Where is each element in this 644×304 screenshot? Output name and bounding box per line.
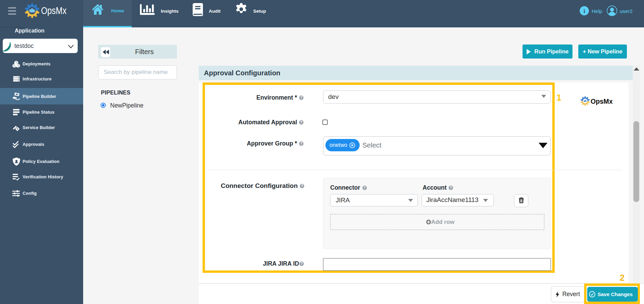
svg-text:i: i [583, 8, 585, 14]
